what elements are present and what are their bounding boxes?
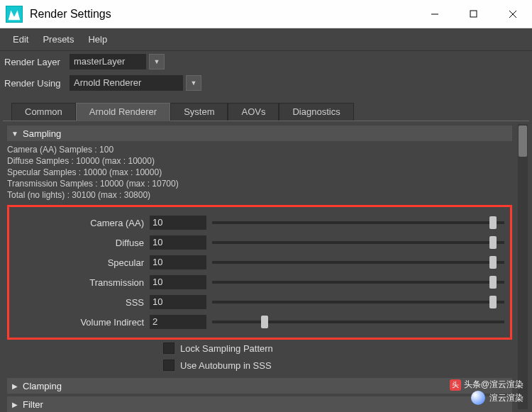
chevron-down-icon[interactable]: ▼ bbox=[149, 54, 165, 69]
use-autobump-checkbox[interactable] bbox=[163, 360, 174, 371]
chevron-down-icon[interactable]: ▼ bbox=[186, 75, 201, 91]
param-volume-indirect-field[interactable]: 2 bbox=[150, 315, 206, 329]
param-specular: Specular 10 bbox=[11, 252, 504, 272]
param-diffuse: Diffuse 10 bbox=[11, 233, 504, 252]
menu-presets[interactable]: Presets bbox=[37, 33, 79, 46]
param-transmission: Transmission 10 bbox=[11, 272, 504, 292]
sample-info-total: Total (no lights) : 30100 (max : 30800) bbox=[7, 189, 512, 201]
param-camera-aa-label: Camera (AA) bbox=[11, 218, 150, 228]
row-lock-sampling: Lock Sampling Pattern bbox=[7, 340, 512, 357]
lock-sampling-label: Lock Sampling Pattern bbox=[180, 343, 273, 354]
render-layer-combo[interactable]: masterLayer ▼ bbox=[70, 54, 165, 69]
param-sss-label: SSS bbox=[11, 297, 150, 308]
sample-info-camera: Camera (AA) Samples : 100 bbox=[7, 144, 512, 155]
param-diffuse-label: Diffuse bbox=[11, 238, 150, 248]
svg-marker-0 bbox=[9, 10, 21, 20]
window-title: Render Settings bbox=[30, 8, 415, 21]
expand-right-icon: ▶ bbox=[7, 382, 23, 390]
section-filter-label: Filter bbox=[23, 399, 43, 410]
sample-info-diffuse: Diffuse Samples : 10000 (max : 10000) bbox=[7, 155, 512, 167]
tab-diagnostics[interactable]: Diagnostics bbox=[279, 103, 353, 121]
tab-aovs[interactable]: AOVs bbox=[228, 103, 279, 121]
content-area: ▼ Sampling Camera (AA) Samples : 100 Dif… bbox=[3, 121, 516, 412]
tab-arnold-renderer[interactable]: Arnold Renderer bbox=[76, 103, 170, 121]
param-transmission-field[interactable]: 10 bbox=[150, 275, 206, 289]
section-sampling-header[interactable]: ▼ Sampling bbox=[7, 126, 512, 141]
section-clamping-header[interactable]: ▶ Clamping bbox=[7, 378, 512, 394]
maya-logo-icon bbox=[6, 6, 23, 23]
section-clamping-label: Clamping bbox=[23, 381, 62, 391]
menu-edit[interactable]: Edit bbox=[7, 33, 34, 46]
param-diffuse-slider[interactable] bbox=[212, 235, 504, 250]
section-filter-header[interactable]: ▶ Filter bbox=[7, 396, 512, 412]
use-autobump-label: Use Autobump in SSS bbox=[180, 360, 272, 371]
menu-help[interactable]: Help bbox=[82, 33, 113, 46]
param-sss-slider[interactable] bbox=[212, 295, 504, 309]
param-camera-aa: Camera (AA) 10 bbox=[11, 213, 504, 233]
sample-info-transmission: Transmission Samples : 10000 (max : 1070… bbox=[7, 178, 512, 189]
param-transmission-slider[interactable] bbox=[212, 275, 504, 289]
param-transmission-label: Transmission bbox=[11, 277, 150, 288]
sample-info-specular: Specular Samples : 10000 (max : 10000) bbox=[7, 167, 512, 178]
render-using-combo[interactable]: Arnold Renderer ▼ bbox=[70, 75, 201, 91]
maximize-button[interactable] bbox=[454, 0, 493, 28]
section-sampling-label: Sampling bbox=[23, 128, 61, 139]
highlight-box: Camera (AA) 10 Diffuse 10 Specular 10 bbox=[7, 205, 512, 340]
lock-sampling-checkbox[interactable] bbox=[163, 343, 174, 354]
param-volume-indirect-label: Volume Indirect bbox=[11, 317, 150, 328]
minimize-button[interactable] bbox=[415, 0, 454, 28]
param-sss: SSS 10 bbox=[11, 292, 504, 312]
render-layer-value[interactable]: masterLayer bbox=[70, 54, 146, 69]
render-using-value[interactable]: Arnold Renderer bbox=[70, 75, 183, 91]
param-camera-aa-field[interactable]: 10 bbox=[150, 216, 206, 230]
window-titlebar: Render Settings bbox=[0, 0, 532, 28]
scrollbar-thumb[interactable] bbox=[519, 126, 527, 157]
param-specular-slider[interactable] bbox=[212, 255, 504, 269]
param-volume-indirect: Volume Indirect 2 bbox=[11, 312, 504, 332]
param-specular-field[interactable]: 10 bbox=[150, 255, 206, 269]
param-camera-aa-slider[interactable] bbox=[212, 216, 504, 230]
tabs: Common Arnold Renderer System AOVs Diagn… bbox=[0, 102, 532, 121]
tab-common[interactable]: Common bbox=[11, 103, 76, 121]
collapse-down-icon: ▼ bbox=[7, 130, 23, 138]
render-layer-label: Render Layer bbox=[4, 57, 70, 67]
render-using-label: Render Using bbox=[4, 78, 70, 89]
svg-rect-2 bbox=[470, 11, 477, 17]
expand-right-icon: ▶ bbox=[7, 401, 23, 408]
param-volume-indirect-slider[interactable] bbox=[212, 315, 504, 329]
row-use-autobump: Use Autobump in SSS bbox=[7, 357, 512, 374]
close-button[interactable] bbox=[493, 0, 532, 28]
tab-system[interactable]: System bbox=[170, 103, 228, 121]
param-sss-field[interactable]: 10 bbox=[150, 295, 206, 309]
menubar: Edit Presets Help bbox=[0, 28, 532, 51]
vertical-scrollbar[interactable] bbox=[518, 124, 528, 409]
param-diffuse-field[interactable]: 10 bbox=[150, 235, 206, 250]
param-specular-label: Specular bbox=[11, 257, 150, 268]
